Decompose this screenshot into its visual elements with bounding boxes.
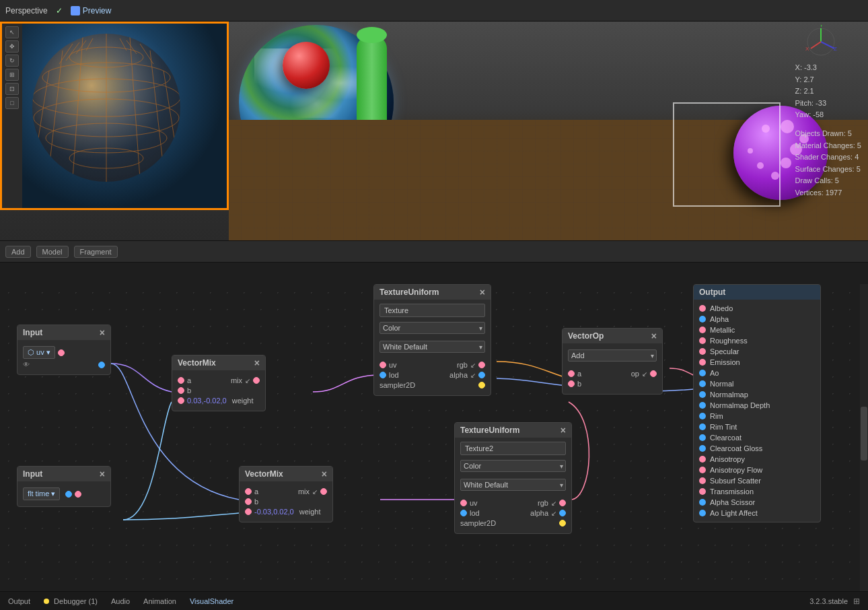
- dot-alpha[interactable]: [699, 316, 706, 323]
- dot-normal[interactable]: [699, 380, 706, 387]
- tool-scale[interactable]: ⊞: [5, 69, 19, 81]
- node-texture-1-close[interactable]: ×: [480, 287, 485, 297]
- dot-metallic[interactable]: [699, 327, 706, 333]
- port-tex2-lod-in[interactable]: [460, 510, 467, 516]
- port-vop-op-out[interactable]: [650, 370, 657, 377]
- node-input-time-type-select[interactable]: flt time ▾: [23, 487, 60, 500]
- node-vectormix-1-body: a mix ↙ b 0.03,-0.02,0 weight: [172, 370, 265, 411]
- port-tex2-rgb-out[interactable]: [559, 500, 566, 506]
- texture1-default-select[interactable]: White Default: [379, 341, 485, 353]
- status-animation[interactable]: Animation: [143, 597, 176, 605]
- node-canvas[interactable]: Input × ⬡ uv ▾ 👁 Input ×: [0, 284, 868, 591]
- port-tex1-rgb-out[interactable]: [478, 362, 485, 368]
- tool-select[interactable]: ↖: [5, 26, 19, 38]
- dot-albedo[interactable]: [699, 305, 706, 312]
- texture1-color-select[interactable]: Color: [379, 322, 485, 334]
- stat-vertices: Vertices: 1977: [795, 187, 861, 199]
- dot-normalmap-depth[interactable]: [699, 402, 706, 409]
- texture2-default-select[interactable]: White Default: [460, 479, 566, 491]
- dot-clearcoat[interactable]: [699, 434, 706, 441]
- node-input-uv-type-select[interactable]: ⬡ uv ▾: [23, 346, 55, 359]
- port-vop-a-in[interactable]: [568, 370, 575, 377]
- port-vm2-mix-out[interactable]: [320, 488, 327, 495]
- label-tex2-lod: lod: [470, 509, 508, 517]
- port-vm1-a-in[interactable]: [178, 377, 184, 384]
- port-tex2-uv-in[interactable]: [460, 500, 467, 506]
- node-input-time-type-row: flt time ▾: [23, 487, 105, 500]
- port-tex2-sampler-out[interactable]: [559, 520, 566, 527]
- node-input-time-body: flt time ▾: [17, 481, 110, 506]
- port-uv-out[interactable]: [58, 349, 65, 356]
- node-editor-scrollbar[interactable]: [860, 284, 868, 591]
- dot-ao-light[interactable]: [699, 510, 706, 516]
- dot-anisotropy-flow[interactable]: [699, 467, 706, 473]
- label-alpha: Alpha: [710, 315, 729, 323]
- port-vm1-b-in[interactable]: [178, 387, 184, 394]
- vectorop-row-b: b: [568, 380, 657, 388]
- status-debugger[interactable]: Debugger (1): [44, 597, 98, 605]
- dot-clearcoat-gloss[interactable]: [699, 445, 706, 452]
- node-input-time: Input × flt time ▾: [17, 466, 111, 507]
- dot-emission[interactable]: [699, 359, 706, 366]
- port-vm2-weight-in[interactable]: [245, 508, 252, 515]
- node-output-body: Albedo Alpha Metallic Roughness Specular: [694, 300, 820, 522]
- output-row-normalmap: Normalmap: [699, 389, 815, 400]
- vectorop-op-select[interactable]: Add: [568, 349, 657, 362]
- node-vectorop-header: VectorOp ×: [563, 329, 662, 343]
- port-vm1-mix-out[interactable]: [253, 377, 260, 384]
- output-row-rim: Rim: [699, 411, 815, 421]
- dot-rim-tint[interactable]: [699, 423, 706, 430]
- port-tex1-sampler-out[interactable]: [478, 382, 485, 388]
- dot-anisotropy[interactable]: [699, 456, 706, 463]
- port-uv-blue[interactable]: [98, 362, 105, 368]
- node-input-time-close[interactable]: ×: [100, 469, 105, 479]
- checkmark-icon: ✓: [56, 6, 63, 15]
- add-button[interactable]: Add: [5, 246, 31, 258]
- port-tex1-uv-in[interactable]: [379, 362, 386, 368]
- tool-rotate[interactable]: ↻: [5, 55, 19, 67]
- tool-move[interactable]: ✥: [5, 40, 19, 53]
- port-vm2-b-in[interactable]: [245, 498, 252, 505]
- preview-button[interactable]: Preview: [71, 6, 112, 15]
- output-row-metallic: Metallic: [699, 325, 815, 335]
- status-visual-shader[interactable]: VisualShader: [190, 597, 233, 605]
- dot-normalmap[interactable]: [699, 391, 706, 398]
- status-audio[interactable]: Audio: [111, 597, 130, 605]
- dot-roughness[interactable]: [699, 337, 706, 344]
- port-time-pink[interactable]: [75, 491, 81, 498]
- node-input-uv-close[interactable]: ×: [100, 328, 105, 337]
- dot-transmission[interactable]: [699, 488, 706, 495]
- port-vm1-weight-in[interactable]: [178, 397, 184, 404]
- output-row-normal: Normal: [699, 378, 815, 389]
- port-time-out[interactable]: [65, 491, 72, 498]
- fragment-button[interactable]: Fragment: [74, 246, 118, 258]
- dot-alpha-scissor[interactable]: [699, 499, 706, 506]
- preview-panel: ↖ ✥ ↻ ⊞ ⊡ □: [0, 22, 229, 210]
- model-button[interactable]: Model: [36, 246, 69, 258]
- port-vop-b-in[interactable]: [568, 380, 575, 387]
- node-vectorop-close[interactable]: ×: [651, 331, 657, 341]
- dot-ao[interactable]: [699, 370, 706, 376]
- port-tex2-alpha-out[interactable]: [559, 510, 566, 516]
- label-roughness: Roughness: [710, 337, 748, 345]
- port-tex1-lod-in[interactable]: [379, 372, 386, 378]
- dot-subsurf-scatter[interactable]: [699, 477, 706, 484]
- stat-objects-drawn: Objects Drawn: 5: [795, 128, 861, 140]
- tool-transform[interactable]: ⊡: [5, 83, 19, 95]
- node-vectormix-1-close[interactable]: ×: [254, 358, 260, 368]
- dot-rim[interactable]: [699, 413, 706, 419]
- tool-box[interactable]: □: [5, 97, 19, 109]
- node-texture-2-close[interactable]: ×: [560, 426, 566, 435]
- port-tex1-alpha-out[interactable]: [478, 372, 485, 378]
- scrollbar-thumb[interactable]: [861, 407, 867, 461]
- output-row-alpha-scissor: Alpha Scissor: [699, 497, 815, 508]
- texture2-color-select[interactable]: Color: [460, 460, 566, 472]
- port-vm2-a-in[interactable]: [245, 488, 252, 495]
- status-output[interactable]: Output: [8, 597, 30, 605]
- node-vectormix-2-close[interactable]: ×: [322, 469, 327, 479]
- node-texture-2-header: TextureUniform ×: [455, 423, 571, 438]
- node-editor: Input × ⬡ uv ▾ 👁 Input ×: [0, 263, 868, 591]
- dot-specular[interactable]: [699, 348, 706, 355]
- viewport-top-bar: Perspective ✓ Preview: [0, 0, 868, 22]
- texture2-lod-alpha-row: lod alpha ↙: [460, 509, 566, 517]
